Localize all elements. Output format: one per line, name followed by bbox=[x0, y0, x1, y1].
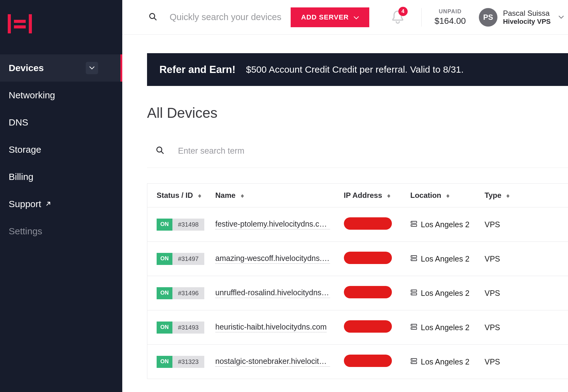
svg-rect-2 bbox=[14, 20, 26, 23]
cell-ip bbox=[341, 207, 407, 242]
ip-redacted[interactable] bbox=[344, 217, 392, 230]
user-text: Pascal Suissa Hivelocity VPS bbox=[503, 9, 551, 26]
external-link-icon bbox=[45, 199, 52, 209]
cell-type: VPS bbox=[482, 276, 568, 310]
device-id: #31497 bbox=[172, 253, 204, 265]
svg-rect-1 bbox=[29, 14, 32, 33]
sidebar-item-label: Billing bbox=[9, 172, 33, 182]
search-icon[interactable] bbox=[149, 12, 157, 22]
ip-redacted[interactable] bbox=[344, 252, 392, 264]
main-area: ADD SERVER 4 UNPAID $164.00 PS Pascal Su… bbox=[122, 0, 568, 392]
status-pill[interactable]: ON#31323 bbox=[157, 356, 204, 368]
col-ip[interactable]: IP Address bbox=[341, 184, 407, 207]
table-row[interactable]: ON#31496unruffled-rosalind.hivelocitydns… bbox=[147, 276, 568, 310]
devices-table: Status / ID Name IP bbox=[147, 183, 568, 379]
svg-point-14 bbox=[412, 256, 412, 257]
notifications-button[interactable]: 4 bbox=[391, 9, 405, 25]
add-server-button[interactable]: ADD SERVER bbox=[291, 7, 369, 27]
sidebar-item-devices[interactable]: Devices bbox=[0, 54, 122, 82]
cell-status: ON#31496 bbox=[147, 276, 212, 310]
referral-banner[interactable]: Refer and Earn! $500 Account Credit Cred… bbox=[147, 53, 568, 86]
svg-line-7 bbox=[161, 151, 163, 153]
table-header-row: Status / ID Name IP bbox=[147, 184, 568, 207]
col-name[interactable]: Name bbox=[212, 184, 341, 207]
cell-location: Los Angeles 2 bbox=[407, 207, 482, 242]
sidebar-item-settings[interactable]: Settings bbox=[0, 218, 122, 245]
cell-location: Los Angeles 2 bbox=[407, 276, 482, 310]
device-type: VPS bbox=[485, 254, 500, 263]
cell-name: amazing-wescoff.hivelocitydns.com bbox=[212, 242, 341, 276]
sidebar-item-storage[interactable]: Storage bbox=[0, 136, 122, 163]
sidebar-item-dns[interactable]: DNS bbox=[0, 109, 122, 136]
banner-title: Refer and Earn! bbox=[159, 64, 236, 75]
cell-ip bbox=[341, 242, 407, 276]
device-name-link[interactable]: heuristic-haibt.hivelocitydns.com bbox=[215, 322, 327, 332]
ip-redacted[interactable] bbox=[344, 286, 392, 298]
server-icon bbox=[410, 289, 417, 298]
sidebar-item-support[interactable]: Support bbox=[0, 190, 122, 218]
cell-location: Los Angeles 2 bbox=[407, 345, 482, 379]
notifications-badge: 4 bbox=[398, 7, 408, 16]
status-pill[interactable]: ON#31497 bbox=[157, 253, 204, 265]
status-pill[interactable]: ON#31498 bbox=[157, 219, 204, 231]
sort-icon bbox=[387, 194, 390, 198]
chevron-down-icon[interactable] bbox=[86, 62, 98, 74]
ip-redacted[interactable] bbox=[344, 355, 392, 367]
page-title: All Devices bbox=[147, 104, 568, 121]
sidebar-item-networking[interactable]: Networking bbox=[0, 82, 122, 109]
col-type[interactable]: Type bbox=[482, 184, 568, 207]
sidebar-nav: Devices Networking DNS Storage Billing S… bbox=[0, 54, 122, 245]
bell-icon bbox=[391, 20, 405, 25]
table-search-input[interactable] bbox=[178, 146, 302, 156]
col-location[interactable]: Location bbox=[407, 184, 482, 207]
unpaid-balance[interactable]: UNPAID $164.00 bbox=[425, 8, 476, 26]
status-pill[interactable]: ON#31493 bbox=[157, 322, 204, 334]
device-name-link[interactable]: nostalgic-stonebraker.hivelocityd… bbox=[215, 357, 330, 367]
svg-point-23 bbox=[412, 328, 412, 328]
table-search bbox=[147, 146, 568, 168]
device-name-link[interactable]: unruffled-rosalind.hivelocitydns.c… bbox=[215, 288, 330, 298]
device-name-link[interactable]: festive-ptolemy.hivelocitydns.com bbox=[215, 219, 330, 229]
status-state: ON bbox=[157, 287, 172, 299]
svg-point-11 bbox=[412, 225, 412, 225]
device-id: #31498 bbox=[172, 219, 204, 231]
table-row[interactable]: ON#31497amazing-wescoff.hivelocitydns.co… bbox=[147, 242, 568, 276]
user-name: Pascal Suissa bbox=[503, 9, 551, 18]
sidebar-item-label: Networking bbox=[9, 90, 55, 100]
cell-status: ON#31498 bbox=[147, 207, 212, 242]
chevron-down-icon bbox=[354, 13, 359, 21]
sidebar-item-label: Storage bbox=[9, 144, 41, 155]
device-type: VPS bbox=[485, 289, 500, 297]
device-name-link[interactable]: amazing-wescoff.hivelocitydns.com bbox=[215, 254, 330, 264]
topbar: ADD SERVER 4 UNPAID $164.00 PS Pascal Su… bbox=[122, 0, 568, 35]
banner-body: $500 Account Credit Credit per referral.… bbox=[246, 64, 464, 75]
table-row[interactable]: ON#31498festive-ptolemy.hivelocitydns.co… bbox=[147, 207, 568, 242]
status-state: ON bbox=[157, 219, 172, 231]
cell-ip bbox=[341, 310, 407, 345]
device-type: VPS bbox=[485, 323, 500, 332]
cell-name: nostalgic-stonebraker.hivelocityd… bbox=[212, 345, 341, 379]
location-text: Los Angeles 2 bbox=[421, 254, 470, 263]
table-row[interactable]: ON#31323nostalgic-stonebraker.hivelocity… bbox=[147, 345, 568, 379]
user-menu[interactable]: PS Pascal Suissa Hivelocity VPS bbox=[476, 8, 564, 27]
location-text: Los Angeles 2 bbox=[421, 323, 470, 332]
user-org: Hivelocity VPS bbox=[503, 18, 551, 26]
status-pill[interactable]: ON#31496 bbox=[157, 287, 204, 299]
ip-redacted[interactable] bbox=[344, 320, 392, 333]
status-state: ON bbox=[157, 322, 172, 334]
location-text: Los Angeles 2 bbox=[421, 220, 470, 229]
sidebar-item-billing[interactable]: Billing bbox=[0, 163, 122, 190]
device-type: VPS bbox=[485, 220, 500, 229]
search-icon[interactable] bbox=[156, 146, 164, 156]
global-search bbox=[122, 12, 291, 22]
sidebar-item-label: DNS bbox=[9, 117, 28, 128]
brand-logo[interactable] bbox=[0, 0, 122, 54]
sort-icon bbox=[241, 194, 244, 198]
table-row[interactable]: ON#31493heuristic-haibt.hivelocitydns.co… bbox=[147, 310, 568, 345]
global-search-input[interactable] bbox=[170, 12, 281, 22]
sidebar: Devices Networking DNS Storage Billing S… bbox=[0, 0, 122, 392]
col-status[interactable]: Status / ID bbox=[147, 184, 212, 207]
cell-status: ON#31323 bbox=[147, 345, 212, 379]
svg-point-15 bbox=[412, 259, 412, 260]
unpaid-label: UNPAID bbox=[435, 8, 466, 15]
